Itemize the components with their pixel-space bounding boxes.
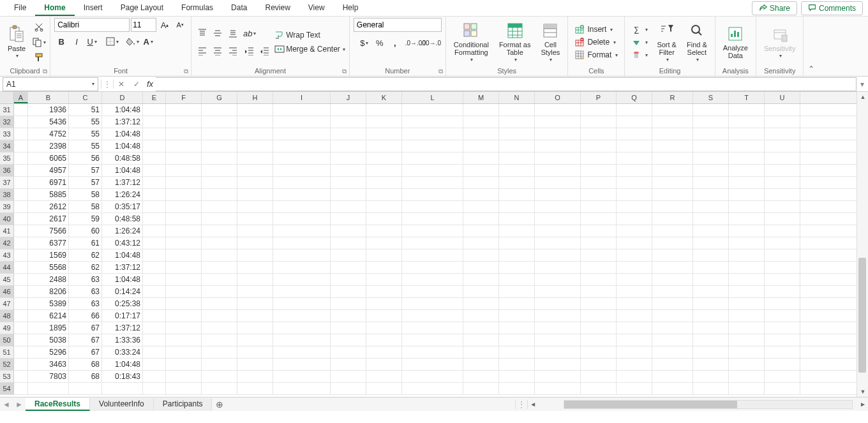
cell[interactable] [617,201,652,212]
cell[interactable] [729,189,765,200]
cell[interactable] [366,274,402,285]
cell[interactable] [237,371,273,382]
column-header-E[interactable]: E [143,92,166,103]
cell[interactable] [237,286,273,297]
cell[interactable]: 2488 [28,274,69,285]
cell[interactable] [581,201,617,212]
cell[interactable]: 1:04:48 [102,165,143,176]
cell[interactable] [143,237,166,249]
cell[interactable] [273,346,331,358]
cell[interactable] [331,165,366,176]
cell[interactable] [366,310,402,322]
cell[interactable] [273,116,331,128]
italic-button[interactable]: I [70,34,84,48]
autosum-button[interactable]: ∑▾ [629,24,650,35]
cell[interactable] [729,201,765,212]
cell[interactable] [14,286,28,297]
cell[interactable] [143,213,166,225]
cell[interactable] [765,177,800,188]
cell[interactable] [499,286,535,297]
cell[interactable] [693,274,729,285]
cell[interactable] [499,334,535,346]
cancel-formula-button[interactable]: ✕ [114,77,129,91]
cell[interactable] [535,152,581,164]
cell[interactable] [14,298,28,309]
cell[interactable]: 6971 [28,177,69,188]
cell[interactable] [535,371,581,382]
cell[interactable] [581,104,617,115]
cell[interactable] [765,322,800,334]
cell[interactable] [166,189,202,200]
cell[interactable] [402,225,463,237]
row-header[interactable]: 44 [0,262,14,274]
cell[interactable]: 0:33:24 [102,346,143,358]
cell[interactable] [202,359,237,370]
cell[interactable] [652,310,693,322]
underline-button[interactable]: U▾ [85,34,99,48]
cell[interactable] [693,310,729,322]
cell[interactable]: 57 [69,165,102,176]
cell[interactable] [463,262,499,273]
cell[interactable]: 1:04:48 [102,140,143,152]
menu-item-insert[interactable]: Insert [75,1,112,16]
cell[interactable] [273,262,331,273]
cell[interactable] [652,189,693,200]
cell[interactable] [499,371,535,382]
cell[interactable] [693,249,729,261]
cell[interactable] [366,383,402,394]
cell[interactable] [617,383,652,394]
column-header-R[interactable]: R [652,92,693,103]
cell[interactable] [273,237,331,249]
cell[interactable] [729,262,765,273]
delete-cells-button[interactable]: Delete▾ [572,36,620,48]
align-middle-button[interactable] [211,26,225,40]
cell[interactable] [499,128,535,140]
cell[interactable] [202,371,237,382]
cell[interactable] [273,201,331,212]
cell[interactable] [143,128,166,140]
cell[interactable] [273,383,331,394]
column-header-J[interactable]: J [331,92,366,103]
cell[interactable] [237,152,273,164]
cell[interactable] [14,189,28,200]
cell[interactable] [143,383,166,394]
cell[interactable] [499,383,535,394]
cell[interactable]: 1:04:48 [102,128,143,140]
cell[interactable] [765,346,800,358]
cell[interactable] [273,165,331,176]
cell[interactable] [166,165,202,176]
row-header[interactable]: 36 [0,165,14,177]
cell[interactable] [765,213,800,225]
cell[interactable] [166,225,202,237]
wrap-text-button[interactable]: Wrap Text [274,30,345,40]
cell[interactable] [202,140,237,152]
cell[interactable]: 0:25:38 [102,298,143,309]
select-all-cell[interactable] [0,92,14,103]
cell[interactable] [652,249,693,261]
row-header[interactable]: 53 [0,371,14,383]
cell[interactable] [366,262,402,273]
row-header[interactable]: 43 [0,249,14,262]
borders-button[interactable]: ▾ [105,34,119,48]
cell[interactable] [331,140,366,152]
cell[interactable] [166,116,202,128]
cell[interactable] [237,298,273,309]
column-header-P[interactable]: P [581,92,617,103]
cell[interactable] [202,310,237,322]
cell[interactable] [402,322,463,334]
analyze-data-button[interactable]: Analyze Data [719,24,752,61]
cell[interactable] [463,225,499,237]
cell[interactable] [617,213,652,225]
cell[interactable] [402,213,463,225]
cell[interactable]: 1895 [28,322,69,334]
column-header-F[interactable]: F [166,92,202,103]
cell[interactable] [402,177,463,188]
cell[interactable] [693,213,729,225]
cell[interactable] [366,116,402,128]
cell[interactable] [331,225,366,237]
cell[interactable] [273,104,331,115]
cell[interactable] [28,383,69,394]
cell[interactable] [765,310,800,322]
cell[interactable] [143,177,166,188]
cell[interactable] [14,177,28,188]
